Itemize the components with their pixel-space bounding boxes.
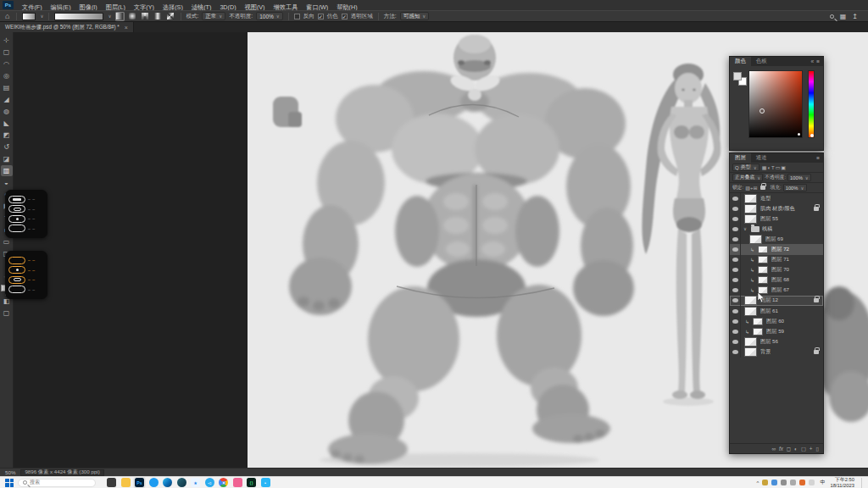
preset-item[interactable]: – – [8, 215, 44, 223]
tab-layers[interactable]: 图层 [730, 153, 751, 163]
lasso-tool[interactable]: ◠ [1, 58, 13, 69]
layer-thumbnail[interactable] [744, 307, 757, 316]
tray-icon-1[interactable] [762, 480, 768, 485]
panel-menu-icon[interactable]: ≡ [816, 155, 820, 161]
layer-thumbnail[interactable] [758, 266, 768, 274]
new-layer-icon[interactable]: + [810, 446, 813, 452]
layer-thumbnail[interactable] [758, 246, 768, 253]
reflected-gradient-button[interactable] [153, 12, 163, 21]
hue-slider[interactable] [808, 70, 815, 138]
layer-row[interactable]: 图层 55 [730, 214, 823, 224]
transparency-checkbox[interactable]: ✓ [342, 14, 348, 19]
filter-type-layers-icon[interactable]: T [771, 165, 775, 170]
linear-gradient-button[interactable] [115, 12, 125, 21]
visibility-eye-icon[interactable] [732, 217, 738, 221]
visibility-eye-icon[interactable] [732, 288, 738, 292]
brush-tool[interactable]: ◣ [1, 118, 13, 129]
taskbar-clock[interactable]: 下午2:50 18/11/2023 [830, 477, 854, 488]
visibility-cell[interactable] [730, 265, 741, 275]
collapse-icon[interactable]: « [811, 58, 815, 64]
taskbar-app-telegram[interactable]: ◅ [205, 478, 214, 487]
layer-row[interactable]: 背景 [730, 347, 823, 357]
radial-gradient-button[interactable] [128, 12, 137, 21]
taskbar-app-star-app[interactable]: ★ [191, 478, 200, 487]
blend-mode-select[interactable]: 正片叠底 ∨ [732, 174, 763, 181]
layer-row[interactable]: 图层 61 [730, 306, 823, 316]
visibility-eye-icon[interactable] [732, 319, 738, 324]
filter-smart-objects-icon[interactable]: ▣ [781, 165, 786, 170]
panel-menu-icon[interactable]: ≡ [816, 58, 820, 64]
tray-icon-3[interactable] [781, 480, 787, 485]
gradient-preview[interactable] [54, 13, 103, 20]
taskbar-app-dev-tools[interactable]: ⟨⟩ [247, 478, 256, 487]
filter-pixel-layers-icon[interactable]: ▦ [762, 165, 767, 170]
layer-thumbnail[interactable] [744, 296, 757, 305]
group-expand-caret[interactable]: ∨ [743, 226, 747, 231]
crop-tool[interactable]: ▤ [1, 82, 13, 93]
layer-row[interactable]: ↳图层 72 [730, 244, 823, 254]
visibility-eye-icon[interactable] [732, 227, 738, 231]
layer-row[interactable]: 图层 12 [730, 296, 823, 306]
preset-item[interactable]: – – [8, 286, 44, 293]
visibility-cell[interactable] [730, 316, 741, 326]
dither-checkbox[interactable]: ✓ [318, 14, 324, 19]
gradient-tool[interactable]: ▥ [1, 165, 13, 176]
visibility-cell[interactable] [730, 296, 741, 306]
tab-channels[interactable]: 通道 [751, 153, 772, 163]
show-desktop-button[interactable] [861, 478, 863, 488]
filter-shape-layers-icon[interactable]: ▭ [776, 165, 781, 170]
preset-item[interactable]: – – [8, 196, 44, 203]
chevron-down-icon[interactable]: ∨ [108, 14, 111, 19]
visibility-cell[interactable] [730, 224, 741, 234]
layer-thumbnail[interactable] [753, 318, 763, 325]
layer-row[interactable]: ↳图层 68 [730, 275, 823, 286]
shape-tool[interactable]: ▭ [1, 236, 13, 247]
tray-icon-6[interactable] [809, 480, 815, 485]
chevron-down-icon[interactable]: ∨ [40, 14, 43, 19]
layer-thumbnail[interactable] [749, 235, 762, 244]
visibility-cell[interactable] [730, 193, 741, 203]
visibility-cell[interactable] [730, 347, 741, 357]
visibility-cell[interactable] [730, 306, 741, 316]
preset-item[interactable]: – – [8, 205, 44, 213]
document-info[interactable]: 9896 像素 x 4424 像素 (300 ppi) [20, 469, 103, 476]
saturation-brightness-field[interactable] [748, 70, 803, 138]
tray-chevron-icon[interactable]: ^ [757, 480, 760, 485]
foreground-background-swatches[interactable] [733, 72, 747, 86]
layer-row[interactable]: ↳图层 67 [730, 286, 823, 296]
adjustment-layer-icon[interactable]: ◐ [794, 446, 798, 452]
taskbar-search[interactable]: 搜索 [18, 479, 96, 487]
start-button[interactable] [5, 479, 14, 487]
layer-effects-icon[interactable]: fx [779, 446, 783, 452]
layer-filter-select[interactable]: Q 类型 ∨ [732, 164, 760, 171]
mode-select[interactable]: 正常∨ [202, 12, 225, 20]
layer-row[interactable]: 肌肉 材质/颜色 [730, 203, 823, 214]
search-icon[interactable] [830, 14, 834, 19]
lock-all-icon[interactable] [760, 186, 765, 190]
layer-row[interactable]: ↳图层 70 [730, 265, 823, 275]
reverse-checkbox[interactable] [294, 14, 300, 19]
zoom-level[interactable]: 50% [5, 469, 15, 475]
preset-item[interactable]: – – [8, 225, 44, 232]
opacity-select[interactable]: 100%∨ [256, 12, 283, 20]
tool-preset-thumbnail[interactable] [22, 13, 36, 20]
marquee-tool[interactable]: ▢ [1, 47, 13, 58]
clone-stamp-tool[interactable]: ◩ [1, 130, 13, 141]
layer-thumbnail[interactable] [744, 194, 757, 203]
visibility-eye-icon[interactable] [732, 197, 738, 201]
layer-row[interactable]: ∨线稿 [730, 224, 823, 234]
visibility-cell[interactable] [730, 336, 741, 347]
visibility-eye-icon[interactable] [732, 247, 738, 252]
visibility-cell[interactable] [730, 214, 741, 224]
fill-select[interactable]: 100% ∨ [783, 184, 807, 191]
tab-color[interactable]: 颜色 [730, 57, 751, 66]
layer-thumbnail[interactable] [758, 256, 768, 263]
angle-gradient-button[interactable] [141, 12, 150, 21]
screen-mode-button[interactable]: ▢ [1, 308, 13, 319]
diamond-gradient-button[interactable] [166, 12, 175, 21]
visibility-cell[interactable] [730, 286, 741, 296]
share-icon[interactable]: ↥ [852, 13, 858, 20]
layer-row[interactable]: ↳图层 59 [730, 326, 823, 336]
layer-row[interactable]: 图层 69 [730, 234, 823, 244]
eyedropper-tool[interactable]: ◢ [1, 94, 13, 105]
